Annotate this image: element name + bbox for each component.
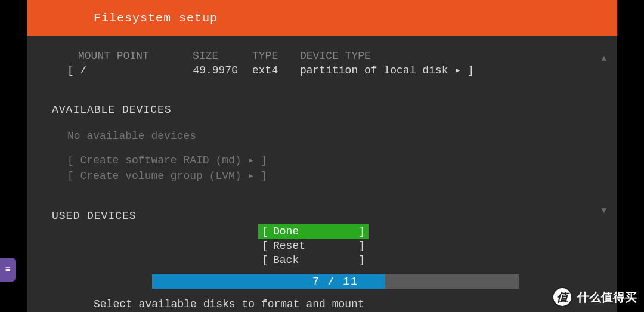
progress-text: 7 / 11 bbox=[152, 276, 519, 288]
col-mount-header: MOUNT POINT bbox=[67, 49, 181, 63]
partition-row[interactable]: / 49.997G ext4 partition of local disk bbox=[27, 63, 617, 78]
scroll-down-icon[interactable]: ▼ bbox=[602, 206, 606, 215]
reset-button[interactable]: [ Reset ] bbox=[258, 239, 369, 253]
cell-type: ext4 bbox=[252, 63, 300, 78]
col-type-header: TYPE bbox=[252, 49, 300, 63]
table-header: MOUNT POINT SIZE TYPE DEVICE TYPE bbox=[27, 49, 617, 63]
watermark: 值 什么值得买 bbox=[552, 287, 637, 307]
back-label: Back bbox=[273, 253, 358, 267]
done-button[interactable]: [ Done ] bbox=[258, 224, 369, 239]
used-devices-heading: USED DEVICES bbox=[27, 210, 617, 222]
cell-mount: / bbox=[67, 63, 181, 78]
installer-title: Filesystem setup bbox=[27, 0, 617, 36]
col-devtype-header: DEVICE TYPE bbox=[300, 49, 515, 63]
create-lvm-action[interactable]: Create volume group (LVM) bbox=[27, 168, 617, 184]
title-text: Filesystem setup bbox=[94, 11, 218, 25]
button-block: [ Done ] [ Reset ] [ Back ] bbox=[258, 224, 369, 267]
no-available-text: No available devices bbox=[27, 128, 617, 144]
create-raid-label: Create software RAID (md) bbox=[80, 155, 255, 166]
done-label: Done bbox=[273, 224, 358, 239]
available-devices-heading: AVAILABLE DEVICES bbox=[27, 104, 617, 116]
help-text: Select available disks to format and mou… bbox=[94, 298, 364, 310]
watermark-badge-icon: 值 bbox=[552, 287, 572, 307]
main-panel: MOUNT POINT SIZE TYPE DEVICE TYPE / 49.9… bbox=[27, 36, 617, 274]
watermark-text: 什么值得买 bbox=[577, 289, 637, 305]
back-button[interactable]: [ Back ] bbox=[258, 253, 369, 267]
cell-devtype: partition of local disk bbox=[300, 63, 515, 78]
create-raid-action[interactable]: Create software RAID (md) bbox=[27, 153, 617, 168]
reset-label: Reset bbox=[273, 239, 358, 253]
scroll-up-icon[interactable]: ▲ bbox=[602, 54, 606, 63]
side-tab-icon[interactable]: ≡ bbox=[0, 258, 16, 282]
cell-size: 49.997G bbox=[181, 63, 252, 78]
create-lvm-label: Create volume group (LVM) bbox=[80, 170, 255, 182]
col-size-header: SIZE bbox=[181, 49, 252, 63]
progress-bar: 7 / 11 bbox=[152, 274, 519, 289]
